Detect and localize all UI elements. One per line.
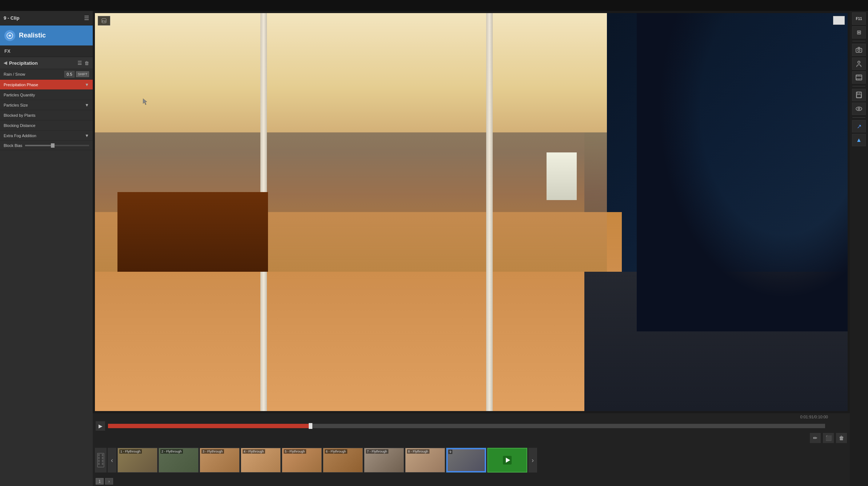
- realistic-icon: [4, 30, 15, 41]
- viewport-corner-button[interactable]: [833, 16, 845, 25]
- timeline-progress: [108, 424, 309, 428]
- param-row-extra-fog-addition[interactable]: Extra Fog Addition ▼: [0, 131, 93, 141]
- page-next-button[interactable]: ›: [105, 478, 113, 485]
- triangle-button[interactable]: ▲: [852, 134, 866, 146]
- particles-size-label: Particles Size: [4, 103, 28, 107]
- clips-row: ‹ 1 - Flythrough 2 - Flythrough 3 - Flyt…: [93, 444, 850, 477]
- timeline-controls: ▶: [93, 420, 850, 432]
- param-row-rain-snow: Rain / Snow 0.5 SHIFT: [0, 69, 93, 80]
- timeline-bar-wrapper[interactable]: [108, 424, 847, 428]
- clips-prev-button[interactable]: ‹: [108, 448, 116, 473]
- svg-rect-25: [858, 79, 859, 80]
- precip-controls: ☰ 🗑: [77, 60, 89, 66]
- svg-rect-4: [98, 454, 100, 456]
- timeline-thumb[interactable]: [309, 423, 312, 429]
- right-panel: F11 ⊞: [850, 11, 868, 486]
- play-button[interactable]: ▶: [96, 421, 105, 431]
- divider-1: [852, 41, 865, 41]
- clips-next-button[interactable]: ›: [528, 448, 537, 473]
- precipitation-delete-icon[interactable]: 🗑: [84, 60, 89, 66]
- clip-thumb-10[interactable]: [487, 448, 527, 473]
- main-area: 9 - Clip ☰ Realistic FX ◀ Precipitation …: [0, 11, 868, 486]
- divider-3: [852, 117, 865, 118]
- svg-rect-21: [857, 75, 857, 76]
- viewport[interactable]: FX FX: [95, 13, 848, 411]
- delete-clip-button[interactable]: 🗑: [836, 433, 847, 443]
- precipitation-menu-icon[interactable]: ☰: [77, 60, 82, 66]
- eye-button[interactable]: [852, 103, 866, 115]
- clip-5-label: 5 - Flythrough: [284, 449, 306, 454]
- svg-rect-10: [102, 460, 103, 462]
- svg-rect-5: [98, 457, 100, 459]
- svg-rect-7: [98, 463, 100, 465]
- precipitation-phase-label: Precipitation Phase: [4, 83, 38, 87]
- fx-badge: FX FX: [98, 16, 110, 25]
- fx-tab[interactable]: FX: [0, 45, 93, 57]
- clip-thumb-9[interactable]: 9: [446, 448, 486, 473]
- person-button[interactable]: [852, 57, 866, 70]
- grid-view-button[interactable]: ⊞: [852, 26, 866, 39]
- top-bar: [0, 0, 868, 11]
- rain-snow-input[interactable]: 0.5: [64, 71, 75, 77]
- svg-rect-29: [857, 95, 861, 97]
- center-area: FX FX 0:01:91/0:10:00: [93, 11, 850, 486]
- svg-rect-22: [858, 75, 859, 76]
- f11-button[interactable]: F11: [852, 12, 866, 25]
- param-row-blocked-by-plants: Blocked by Plants: [0, 110, 93, 120]
- clip-3-label: 3 - Flythrough: [201, 449, 224, 454]
- divider-2: [852, 86, 865, 87]
- fx-icon: FX: [101, 18, 107, 24]
- particles-size-arrow[interactable]: ▼: [85, 103, 89, 108]
- timeline-bar[interactable]: [108, 424, 825, 428]
- clap-button[interactable]: ⬛: [823, 433, 834, 443]
- clip-2-label: 2 - Flythrough: [160, 449, 183, 454]
- block-bias-label: Block Bias: [4, 143, 22, 148]
- clip-thumb-8[interactable]: 8 - Flythrough: [405, 448, 445, 473]
- timeline-area: 0:01:91/0:10:00 ▶ ✏ ⬛ 🗑: [93, 413, 850, 486]
- clip-title: 9 - Clip: [4, 15, 19, 21]
- param-row-block-bias: Block Bias: [0, 141, 93, 150]
- svg-rect-24: [857, 79, 857, 80]
- clip-thumb-1[interactable]: 1 - Flythrough: [117, 448, 157, 473]
- clip-6-label: 6 - Flythrough: [325, 449, 347, 454]
- clips-toolbar: ✏ ⬛ 🗑: [93, 432, 850, 444]
- clip-7-label: 7 - Flythrough: [366, 449, 388, 454]
- camera-button[interactable]: [852, 44, 866, 56]
- film-button[interactable]: [852, 71, 866, 84]
- param-row-precipitation-phase[interactable]: Precipitation Phase ▼: [0, 80, 93, 90]
- svg-point-16: [858, 49, 860, 51]
- clip-thumb-4[interactable]: 4 - Flythrough: [241, 448, 281, 473]
- svg-point-30: [856, 107, 862, 111]
- clip-1-label: 1 - Flythrough: [119, 449, 142, 454]
- svg-rect-23: [860, 75, 860, 76]
- page-controls: 1 ›: [93, 477, 850, 486]
- fx-overlay[interactable]: FX FX: [98, 16, 110, 25]
- back-arrow-icon[interactable]: ◀: [4, 60, 7, 65]
- clip-thumb-3[interactable]: 3 - Flythrough: [200, 448, 240, 473]
- extra-fog-addition-arrow[interactable]: ▼: [85, 133, 89, 138]
- page-1-button[interactable]: 1: [96, 478, 104, 485]
- svg-point-31: [858, 108, 860, 110]
- clip-thumb-2[interactable]: 2 - Flythrough: [159, 448, 199, 473]
- blocked-by-plants-label: Blocked by Plants: [4, 113, 35, 117]
- precipitation-phase-arrow[interactable]: ▼: [85, 82, 89, 87]
- viewport-area: FX FX: [93, 11, 850, 413]
- arrow-ne-button[interactable]: ↗: [852, 120, 866, 132]
- clip-thumb-5[interactable]: 5 - Flythrough: [282, 448, 322, 473]
- svg-text:FX: FX: [102, 20, 106, 23]
- film-strip-icon: [95, 448, 107, 473]
- particles-quantity-label: Particles Quantity: [4, 93, 35, 97]
- save-button[interactable]: [852, 89, 866, 101]
- clip-thumb-6[interactable]: 6 - Flythrough: [323, 448, 363, 473]
- param-row-particles-quantity: Particles Quantity: [0, 90, 93, 100]
- block-bias-slider[interactable]: [25, 145, 89, 146]
- svg-rect-14: [503, 457, 504, 464]
- svg-rect-19: [856, 76, 862, 76]
- realistic-title: Realistic: [19, 32, 46, 39]
- svg-rect-9: [102, 457, 103, 459]
- timeline-time-display: 0:01:91/0:10:00: [93, 413, 850, 420]
- param-row-particles-size[interactable]: Particles Size ▼: [0, 100, 93, 110]
- menu-icon[interactable]: ☰: [84, 15, 89, 21]
- edit-button[interactable]: ✏: [810, 433, 821, 443]
- clip-thumb-7[interactable]: 7 - Flythrough: [364, 448, 404, 473]
